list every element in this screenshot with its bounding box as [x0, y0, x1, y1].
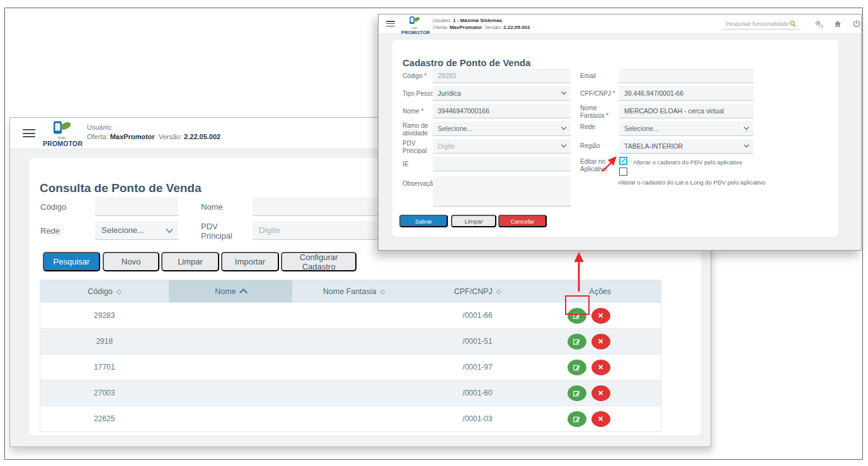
cell-nome-fantasia — [292, 303, 416, 328]
cell-acoes: ✕ — [539, 380, 661, 406]
nome-fantasia-input[interactable] — [619, 104, 753, 118]
arrow-row-to-modal — [569, 250, 588, 295]
cell-cpf-cnpj: /0001-51 — [416, 329, 540, 354]
chevron-down-icon — [561, 125, 566, 130]
pencil-square-icon — [573, 338, 581, 346]
pencil-square-icon — [573, 389, 581, 397]
nome-input[interactable] — [433, 104, 571, 118]
codigo-input — [433, 69, 571, 83]
rede-select[interactable]: Selecione... — [95, 221, 178, 240]
cell-nome — [169, 380, 293, 406]
page-title: Consulta de Ponto de Venda — [40, 181, 202, 195]
screenshot-canvas: max PROMOTOR Usuário: Oferta: MaxPromoto… — [0, 0, 868, 466]
logo-phone-leaf-icon — [408, 16, 421, 25]
sort-asc-icon — [239, 288, 248, 297]
cell-acoes: ✕ — [539, 355, 661, 380]
sort-icon: ◇ — [117, 288, 122, 295]
delete-button[interactable]: ✕ — [591, 385, 610, 401]
cell-nome — [169, 355, 293, 380]
cell-nome-fantasia — [292, 355, 416, 380]
pdv-principal-select: Digite — [433, 139, 571, 154]
edit-button[interactable] — [568, 411, 586, 427]
codigo-label: Código * — [403, 72, 426, 80]
maxpromotor-logo: max PROMOTOR — [401, 16, 428, 35]
salvar-button[interactable]: Salvar — [399, 215, 448, 227]
page-title: Cadastro de Ponto de Venda — [403, 57, 530, 68]
pdv-edit-checkbox-label: Alterar o cadastro do PDV pelo aplicativ… — [633, 159, 765, 166]
chevron-down-icon — [561, 89, 566, 94]
observacao-textarea[interactable] — [433, 176, 571, 207]
delete-button[interactable]: ✕ — [591, 411, 610, 427]
menu-icon[interactable] — [23, 129, 35, 137]
edit-button-highlight-box — [565, 295, 590, 315]
importar-button[interactable]: Importar — [221, 252, 279, 271]
settings-gears-icon[interactable] — [814, 20, 823, 28]
ie-input[interactable] — [433, 157, 571, 171]
cadastro-card: Cadastro de Ponto de Venda Código * Tipo… — [392, 40, 838, 237]
chevron-down-icon — [561, 142, 566, 147]
email-input[interactable] — [619, 69, 753, 83]
observacao-label: Observação — [403, 180, 437, 188]
delete-button[interactable]: ✕ — [591, 334, 610, 350]
cpf-cnpj-label: CPF/CNPJ * — [580, 90, 615, 98]
edit-button[interactable] — [568, 334, 586, 350]
table-row: 2918 /0001-51 ✕ — [40, 328, 661, 354]
home-icon[interactable] — [833, 20, 842, 28]
novo-button[interactable]: Novo — [103, 252, 159, 271]
cell-codigo: 29283 — [40, 303, 169, 328]
configurar-cadastro-button[interactable]: Configurar Cadastro — [281, 252, 357, 271]
pdv-principal-label: PDV Principal — [403, 140, 428, 155]
cell-acoes: ✕ — [539, 303, 661, 328]
tipo-pessoa-select[interactable]: Jurídica — [433, 86, 571, 101]
regiao-select[interactable]: TABELA-INTERIOR — [619, 139, 753, 154]
table-row: 17701 /0001-97 ✕ — [40, 354, 661, 380]
pencil-square-icon — [573, 415, 581, 423]
email-label: Email — [580, 72, 596, 80]
codigo-input[interactable] — [95, 197, 178, 216]
header-nome-fantasia[interactable]: Nome Fantasia◇ — [292, 280, 416, 302]
pesquisar-button[interactable]: Pesquisar — [43, 252, 100, 271]
header-cpf-cnpj[interactable]: CPF/CNPJ◇ — [416, 280, 540, 302]
ie-label: IE — [403, 161, 408, 168]
user-value: 1 - Máxima Sistemas — [453, 18, 502, 23]
codigo-label: Código — [40, 202, 66, 212]
logo-max-text: max — [43, 135, 81, 140]
cell-cpf-cnpj: /0001-03 — [416, 406, 540, 431]
chevron-down-icon — [744, 125, 749, 130]
cell-nome — [169, 329, 293, 354]
search-icon[interactable] — [789, 20, 797, 28]
delete-button[interactable]: ✕ — [591, 360, 610, 375]
edit-button[interactable] — [568, 385, 586, 401]
cell-cpf-cnpj: /0001-66 — [416, 303, 540, 328]
cpf-cnpj-input[interactable] — [619, 86, 753, 101]
user-info: Usuário: Oferta: MaxPromotor Versão: 2.2… — [87, 123, 220, 142]
edit-button[interactable] — [568, 360, 586, 375]
offer-value: MaxPromotor — [450, 25, 483, 30]
rede-select[interactable]: Selecione... — [619, 122, 753, 136]
power-icon[interactable] — [852, 20, 861, 28]
table-row: 22625 /0001-03 ✕ — [40, 406, 661, 431]
delete-button[interactable]: ✕ — [591, 308, 610, 324]
logo-promotor-text: PROMOTOR — [401, 30, 428, 35]
cell-nome-fantasia — [292, 329, 416, 354]
cell-nome-fantasia — [292, 380, 416, 406]
rede-label: Rede — [40, 226, 60, 236]
cadastro-app-header: max PROMOTOR Usuário: 1 - Máxima Sistema… — [379, 14, 861, 34]
cancelar-button[interactable]: Cancelar — [498, 215, 547, 227]
user-info: Usuário: 1 - Máxima Sistemas Oferta: Max… — [433, 17, 530, 31]
logo-phone-leaf-icon — [52, 121, 72, 135]
version-value: 2.22.05.002 — [184, 133, 220, 140]
nome-label: Nome * — [403, 108, 423, 115]
pencil-square-icon — [573, 363, 581, 372]
header-codigo[interactable]: Código◇ — [40, 280, 169, 302]
cadastro-window: max PROMOTOR Usuário: 1 - Máxima Sistema… — [378, 14, 862, 251]
nome-label: Nome — [201, 202, 223, 212]
limpar-button[interactable]: Limpar — [451, 215, 496, 227]
limpar-button[interactable]: Limpar — [161, 252, 219, 271]
tipo-pessoa-label: Tipo Pessoa — [403, 90, 437, 98]
ramo-atividade-select[interactable]: Selecione... — [433, 122, 571, 136]
cell-codigo: 17701 — [40, 355, 169, 380]
menu-icon[interactable] — [386, 21, 395, 26]
cell-nome — [169, 303, 293, 328]
header-nome[interactable]: Nome — [169, 280, 293, 302]
